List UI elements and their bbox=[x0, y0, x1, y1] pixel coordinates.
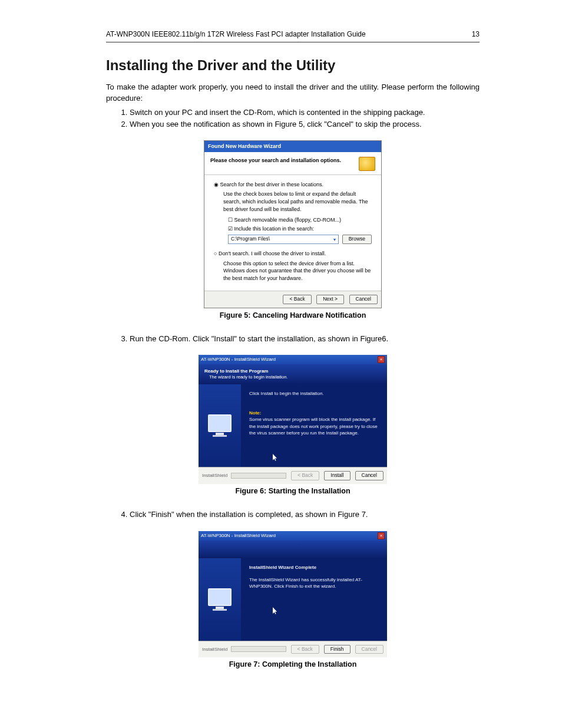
radio-search-desc: Use the check boxes below to limit or ex… bbox=[223, 190, 372, 213]
path-field[interactable]: C:\Program Files\ ▾ bbox=[228, 235, 339, 244]
intro-text: To make the adapter work properly, you n… bbox=[106, 82, 480, 103]
browse-button[interactable]: Browse bbox=[342, 235, 372, 244]
complete-heading: InstallShield Wizard Complete bbox=[249, 564, 379, 571]
monitor-icon bbox=[207, 414, 232, 437]
cancel-button[interactable]: Cancel bbox=[349, 295, 378, 304]
step-4: Click "Finish" when the installation is … bbox=[130, 509, 480, 520]
chk-removable-label: Search removable media (floppy, CD-ROM..… bbox=[234, 217, 341, 223]
back-button: < Back bbox=[291, 471, 319, 480]
finish-button[interactable]: Finish bbox=[324, 645, 351, 654]
figure-7-installer-complete: AT-WNP300N - InstallShield Wizard × Inst… bbox=[199, 531, 387, 658]
progress-bar bbox=[231, 473, 286, 479]
wizard-title: Found New Hardware Wizard bbox=[204, 141, 381, 152]
steps-3: Run the CD-Rom. Click "Install" to start… bbox=[106, 334, 480, 344]
progress-bar bbox=[231, 646, 286, 652]
cancel-button: Cancel bbox=[355, 645, 384, 654]
installshield-brand: InstallShield bbox=[202, 472, 227, 479]
cancel-button[interactable]: Cancel bbox=[355, 471, 384, 480]
installer-body-text: Click Install to begin the installation. bbox=[249, 390, 379, 397]
step-1: Switch on your PC and insert the CD-Rom,… bbox=[130, 107, 480, 118]
note-text: Some virus scanner program will block th… bbox=[249, 416, 379, 436]
figure-6-caption: Figure 6: Starting the Installation bbox=[106, 486, 480, 497]
radio-dont-search[interactable]: ○ Don't search. I will choose the driver… bbox=[214, 250, 372, 258]
close-icon[interactable]: × bbox=[378, 356, 385, 363]
radio-search[interactable]: ◉ Search for the best driver in these lo… bbox=[214, 181, 372, 189]
device-icon bbox=[359, 157, 375, 171]
installer-heading: Ready to Install the Program bbox=[204, 368, 381, 374]
step-3: Run the CD-Rom. Click "Install" to start… bbox=[130, 334, 480, 344]
chevron-down-icon[interactable]: ▾ bbox=[333, 236, 336, 243]
back-button: < Back bbox=[291, 645, 319, 654]
doc-title: AT-WNP300N IEEE802.11b/g/n 1T2R Wireless… bbox=[106, 29, 366, 39]
running-header: AT-WNP300N IEEE802.11b/g/n 1T2R Wireless… bbox=[106, 29, 480, 42]
path-value: C:\Program Files\ bbox=[231, 236, 270, 243]
figure-5-caption: Figure 5: Canceling Hardware Notificatio… bbox=[106, 311, 480, 321]
monitor-icon bbox=[207, 588, 232, 611]
radio-dont-search-desc: Choose this option to select the device … bbox=[223, 260, 372, 282]
close-icon[interactable]: × bbox=[378, 532, 385, 539]
figure-7-caption: Figure 7: Completing the Installation bbox=[106, 660, 480, 670]
complete-body-text: The InstallShield Wizard has successfull… bbox=[249, 577, 379, 589]
installer-subheading: The wizard is ready to begin installatio… bbox=[209, 374, 381, 381]
cursor-icon bbox=[273, 454, 278, 461]
figure-5-wizard: Found New Hardware Wizard Please choose … bbox=[204, 140, 382, 308]
note-label: Note: bbox=[249, 410, 379, 416]
radio-search-label: Search for the best driver in these loca… bbox=[220, 182, 324, 187]
radio-dont-search-label: Don't search. I will choose the driver t… bbox=[219, 251, 326, 256]
chk-location[interactable]: ☑ Include this location in the search: bbox=[228, 225, 372, 233]
figure-6-installer: AT-WNP300N - InstallShield Wizard × Read… bbox=[199, 355, 387, 484]
section-heading: Installing the Driver and the Utility bbox=[106, 55, 480, 75]
chk-removable[interactable]: ☐ Search removable media (floppy, CD-ROM… bbox=[228, 216, 372, 224]
cursor-icon bbox=[273, 607, 278, 614]
next-button[interactable]: Next > bbox=[316, 295, 344, 304]
steps-4: Click "Finish" when the installation is … bbox=[106, 509, 480, 520]
installshield-brand: InstallShield bbox=[202, 646, 227, 653]
installer-title: AT-WNP300N - InstallShield Wizard bbox=[201, 356, 276, 363]
back-button[interactable]: < Back bbox=[283, 295, 311, 304]
install-button[interactable]: Install bbox=[324, 471, 350, 480]
wizard-prompt: Please choose your search and installati… bbox=[210, 157, 359, 164]
chk-location-label: Include this location in the search: bbox=[234, 226, 315, 232]
step-2: When you see the notification as shown i… bbox=[130, 119, 480, 130]
installer-title: AT-WNP300N - InstallShield Wizard bbox=[201, 532, 276, 539]
page-number: 13 bbox=[472, 29, 480, 39]
steps-1-2: Switch on your PC and insert the CD-Rom,… bbox=[106, 107, 480, 130]
